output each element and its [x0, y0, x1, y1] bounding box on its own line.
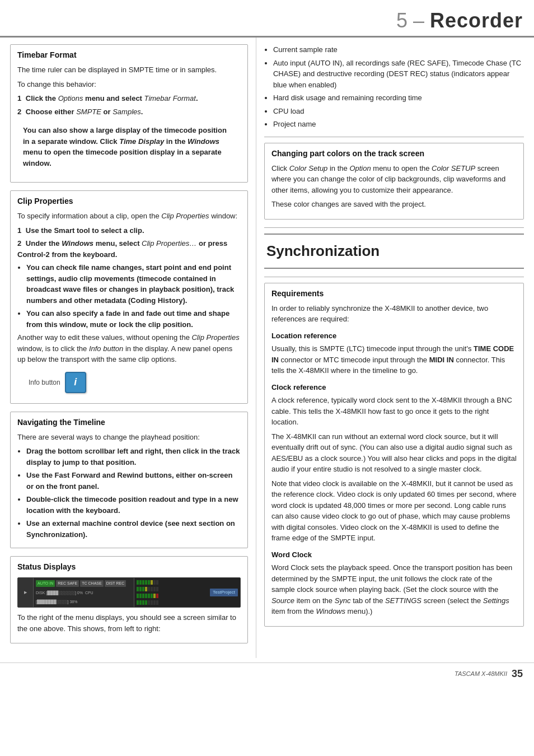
- status-item-2: Auto input (AUTO IN), all recordings saf…: [273, 58, 524, 91]
- disk-label: DISK: [36, 590, 45, 596]
- info-button-area: Info button i: [29, 372, 241, 393]
- status-item-4: CPU load: [273, 106, 524, 117]
- content-wrapper: Timebar Format The time ruler can be dis…: [0, 38, 534, 658]
- navigating-intro: There are several ways to change the pla…: [17, 432, 241, 443]
- location-reference-heading: Location reference: [271, 330, 517, 342]
- section-navigating-timeline: Navigating the Timeline There are severa…: [10, 412, 248, 549]
- navigating-timeline-title: Navigating the Timeline: [17, 417, 241, 428]
- page-title: Recorder: [430, 9, 523, 32]
- timebar-note: You can also show a large display of the…: [17, 122, 241, 172]
- clip-bullet-2: You can also specify a fade in and fade …: [26, 308, 241, 330]
- step-num-1: 1: [17, 94, 21, 102]
- status-displays-outro: To the right of the menu displays, you s…: [17, 612, 241, 634]
- page-footer: TASCAM X-48MKII 35: [0, 662, 534, 685]
- synchronization-heading: Synchronization: [264, 240, 524, 262]
- clock-reference-body2: The X-48MKII can run without an external…: [271, 431, 517, 475]
- divider-3: [264, 277, 524, 277]
- changing-colors-body2: These color changes are saved with the p…: [271, 199, 517, 210]
- status-bar-left: ▶: [18, 578, 34, 607]
- clock-reference-heading: Clock reference: [271, 382, 517, 393]
- clip-properties-title: Clip Properties: [17, 195, 241, 207]
- info-button-icon: i: [65, 372, 86, 393]
- left-column: Timebar Format The time ruler can be dis…: [0, 38, 256, 658]
- nav-bullet-3: Double-click the timecode position reado…: [26, 494, 241, 516]
- nav-bullet-2: Use the Fast Forward and Rewind buttons,…: [26, 470, 241, 492]
- step-num-2: 2: [17, 108, 21, 116]
- right-column: Current sample rate Auto input (AUTO IN)…: [256, 38, 534, 658]
- auto-in-btn: AUTO IN: [36, 580, 55, 587]
- clip-step-1: 1 Use the Smart tool to select a clip.: [17, 225, 241, 236]
- status-item-1: Current sample rate: [273, 44, 524, 55]
- dist-rec-btn: DIST REC: [105, 580, 127, 587]
- section-changing-colors: Changing part colors on the track screen…: [264, 143, 524, 220]
- timebar-format-intro: The time ruler can be displayed in SMPTE…: [17, 64, 241, 76]
- clip-step-2: 2 Under the Windows menu, select Clip Pr…: [17, 238, 241, 260]
- rec-safe-btn: REC SAFE: [56, 580, 79, 587]
- status-item-3: Hard disk usage and remaining recording …: [273, 92, 524, 104]
- status-bar-controls: AUTO IN REC SAFE TC CHASE DIST REC DISK …: [34, 578, 134, 607]
- clip-bullet-1: You can check file name changes, start p…: [26, 262, 241, 306]
- tc-chase-btn: TC CHASE: [80, 580, 103, 587]
- page-number: 35: [512, 666, 523, 682]
- clip-properties-bullets: You can check file name changes, start p…: [26, 262, 241, 330]
- timebar-format-change-intro: To change this behavior:: [17, 79, 241, 90]
- info-button-label: Info button: [29, 377, 60, 388]
- nav-bullet-1: Drag the bottom scrollbar left and right…: [26, 446, 241, 468]
- meter-row-3: [137, 594, 205, 598]
- chapter-number: 5 –: [396, 9, 430, 32]
- divider-1: [264, 137, 524, 137]
- clip-properties-steps: 1 Use the Smart tool to select a clip. 2…: [17, 225, 241, 260]
- timebar-step-2: 2 Choose either SMPTE or Samples.: [17, 106, 241, 118]
- timebar-format-title: Timebar Format: [17, 49, 241, 61]
- status-item-5: Project name: [273, 119, 524, 130]
- changing-colors-title: Changing part colors on the track screen: [271, 148, 517, 160]
- location-reference-body: Usually, this is SMPTE (LTC) timecode in…: [271, 343, 517, 376]
- clip-outro: Another way to edit these values, withou…: [17, 332, 241, 365]
- status-list: Current sample rate Auto input (AUTO IN)…: [273, 44, 524, 130]
- disk-bar: [████░░░░░░] 0%: [46, 590, 83, 596]
- navigating-bullets: Drag the bottom scrollbar left and right…: [26, 446, 241, 540]
- project-badge: TestProject: [210, 589, 238, 596]
- clock-reference-body3: Note that video clock is available on th…: [271, 478, 517, 544]
- section-clip-properties: Clip Properties To specify information a…: [10, 190, 248, 404]
- word-clock-body: Word Clock sets the playback speed. Once…: [271, 562, 517, 617]
- product-name: TASCAM X-48MKII: [455, 669, 507, 679]
- nav-bullet-4: Use an external machine control device (…: [26, 518, 241, 540]
- meter-row-2: [137, 587, 205, 591]
- timebar-step-1: 1 Click the Options menu and select Time…: [17, 93, 241, 104]
- meter-row-4: [137, 600, 205, 605]
- clip-properties-intro: To specify information about a clip, ope…: [17, 211, 241, 222]
- page-header: 5 – Recorder: [0, 0, 534, 38]
- section-status-displays: Status Displays ▶ AUTO IN REC SAFE TC CH…: [10, 556, 248, 643]
- sync-heading-wrapper: Synchronization: [264, 234, 524, 269]
- status-bar-mockup: ▶ AUTO IN REC SAFE TC CHASE DIST REC DIS…: [17, 577, 241, 608]
- status-displays-title: Status Displays: [17, 561, 241, 573]
- section-timebar-format: Timebar Format The time ruler can be dis…: [10, 44, 248, 183]
- cpu-bar: [███████░░░░] 38%: [36, 599, 77, 605]
- word-clock-heading: Word Clock: [271, 549, 517, 561]
- requirements-intro: In order to reliably synchronize the X-4…: [271, 303, 517, 325]
- cpu-label: CPU: [85, 590, 93, 596]
- meter-row-1: [137, 580, 205, 585]
- section-requirements: Requirements In order to reliably synchr…: [264, 283, 524, 627]
- requirements-title: Requirements: [271, 288, 517, 300]
- clock-reference-body1: A clock reference, typically word clock …: [271, 395, 517, 428]
- status-side-label: ▶: [22, 590, 29, 595]
- divider-2: [264, 227, 524, 228]
- status-meters: [134, 578, 208, 607]
- changing-colors-body1: Click Color Setup in the Option menu to …: [271, 163, 517, 196]
- timebar-format-steps: 1 Click the Options menu and select Time…: [17, 93, 241, 117]
